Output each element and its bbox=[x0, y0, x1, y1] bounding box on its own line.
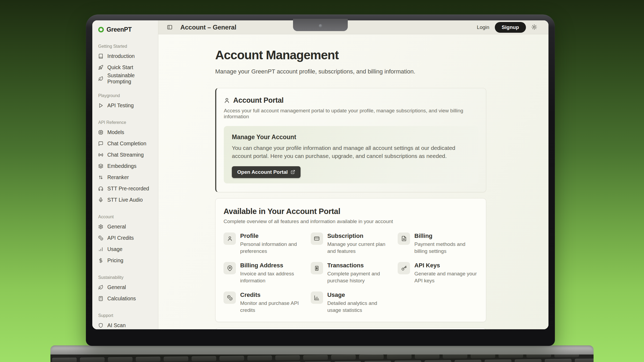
sidebar-section-playground: Playground bbox=[98, 93, 155, 100]
sidebar-item-embeddings[interactable]: Embeddings bbox=[98, 160, 155, 172]
manage-account-body: You can change your profile information … bbox=[232, 144, 470, 160]
sidebar-item-api-credits[interactable]: API Credits bbox=[98, 232, 155, 243]
headphones-icon bbox=[98, 186, 103, 191]
feature-api-keys: API Keys Generate and manage your API ke… bbox=[398, 262, 478, 284]
feature-transactions: Transactions Complete payment and purcha… bbox=[311, 262, 391, 284]
feature-description: Invoice and tax address information bbox=[240, 270, 304, 284]
sidebar-section-support: Support bbox=[98, 313, 155, 320]
feature-title: Credits bbox=[240, 291, 304, 298]
sidebar-section-getting-started: Getting Started bbox=[98, 44, 155, 50]
external-link-icon bbox=[291, 170, 295, 174]
sidebar-item-calculations[interactable]: Calculations bbox=[98, 293, 155, 304]
manage-account-box: Manage Your Account You can change your … bbox=[224, 126, 478, 183]
feature-description: Monitor and purchase API credits bbox=[240, 300, 304, 313]
sidebar-item-label: Introduction bbox=[107, 53, 135, 59]
feature-description: Payment methods and billing settings bbox=[414, 241, 478, 254]
portal-features-card: Available in Your Account Portal Complet… bbox=[215, 198, 486, 322]
layers-icon bbox=[98, 164, 103, 169]
sidebar-item-label: Quick Start bbox=[107, 64, 133, 71]
arrows-up-down-icon bbox=[98, 175, 103, 180]
account-portal-title: Account Portal bbox=[233, 96, 284, 105]
user-icon bbox=[227, 236, 233, 241]
feature-title: Billing bbox=[414, 232, 478, 239]
sidebar-toggle-button[interactable] bbox=[167, 24, 173, 31]
laptop-screen: GreenPT Getting Started Introduction Qui… bbox=[86, 14, 555, 346]
open-account-portal-button[interactable]: Open Account Portal bbox=[232, 166, 301, 178]
sidebar-item-quick-start[interactable]: Quick Start bbox=[98, 62, 155, 73]
bar-chart-icon bbox=[98, 247, 103, 252]
login-link[interactable]: Login bbox=[477, 24, 489, 30]
sidebar-item-label: Models bbox=[107, 129, 124, 135]
sidebar-item-label: Chat Streaming bbox=[107, 152, 144, 158]
brand-name: GreenPT bbox=[107, 26, 132, 33]
feature-title: API Keys bbox=[414, 262, 478, 269]
page-title: Account Management bbox=[215, 48, 486, 62]
sidebar-item-label: Usage bbox=[107, 246, 122, 252]
sidebar-item-stt-pre-recorded[interactable]: STT Pre-recorded bbox=[98, 183, 155, 194]
feature-title: Usage bbox=[327, 291, 391, 298]
sidebar-item-label: Calculations bbox=[107, 295, 136, 302]
sidebar-item-account-general[interactable]: General bbox=[98, 221, 155, 232]
file-text-icon bbox=[401, 236, 407, 241]
feature-description: Generate and manage your API keys bbox=[414, 270, 478, 284]
calculator-icon bbox=[98, 296, 103, 301]
sidebar-item-introduction[interactable]: Introduction bbox=[98, 50, 155, 62]
feature-title: Subscription bbox=[327, 232, 391, 239]
manage-account-title: Manage Your Account bbox=[232, 134, 470, 141]
feature-description: Manage your current plan and features bbox=[327, 241, 391, 254]
sidebar-item-label: API Credits bbox=[107, 235, 134, 241]
sidebar-item-label: General bbox=[107, 284, 126, 290]
account-portal-description: Access your full account management port… bbox=[224, 108, 478, 120]
laptop-deck bbox=[50, 345, 594, 354]
feature-description: Personal information and preferences bbox=[240, 241, 304, 254]
feature-description: Complete payment and purchase history bbox=[327, 270, 391, 284]
sidebar-item-reranker[interactable]: Reranker bbox=[98, 172, 155, 183]
leaf-icon bbox=[98, 76, 103, 81]
laptop-keyboard bbox=[50, 354, 594, 362]
coins-icon bbox=[98, 235, 103, 241]
feature-description: Detailed analytics and usage statistics bbox=[327, 300, 391, 313]
sidebar-item-api-testing[interactable]: API Testing bbox=[98, 100, 155, 111]
sidebar-item-label: API Testing bbox=[107, 102, 134, 109]
main-content: Account Management Manage your GreenPT a… bbox=[158, 34, 548, 329]
shield-icon bbox=[98, 323, 103, 328]
sidebar-item-label: Sustainable Prompting bbox=[107, 72, 155, 85]
cpu-icon bbox=[98, 130, 103, 135]
sidebar-section-sustainability: Sustainability bbox=[98, 275, 155, 282]
sidebar-item-chat-completion[interactable]: Chat Completion bbox=[98, 138, 155, 149]
sidebar-item-sustainability-general[interactable]: General bbox=[98, 282, 155, 293]
open-account-portal-label: Open Account Portal bbox=[237, 169, 288, 175]
credit-card-icon bbox=[314, 236, 320, 241]
brand-logo[interactable]: GreenPT bbox=[98, 24, 155, 35]
sidebar: GreenPT Getting Started Introduction Qui… bbox=[92, 20, 158, 329]
sidebar-item-chat-streaming[interactable]: Chat Streaming bbox=[98, 149, 155, 160]
leaf-icon bbox=[98, 285, 103, 290]
map-pin-icon bbox=[227, 265, 233, 271]
sidebar-item-pricing[interactable]: Pricing bbox=[98, 255, 155, 266]
message-square-icon bbox=[98, 141, 103, 146]
sidebar-item-label: Reranker bbox=[107, 174, 129, 180]
feature-billing: Billing Payment methods and billing sett… bbox=[398, 232, 478, 254]
theme-toggle-button[interactable] bbox=[531, 24, 538, 31]
book-icon bbox=[98, 54, 103, 59]
app-window: GreenPT Getting Started Introduction Qui… bbox=[92, 20, 548, 329]
broadcast-icon bbox=[98, 152, 103, 157]
feature-billing-address: Billing Address Invoice and tax address … bbox=[224, 262, 304, 284]
user-icon bbox=[224, 97, 230, 104]
topbar: Account – General Login Signup bbox=[158, 20, 548, 34]
feature-credits: Credits Monitor and purchase API credits bbox=[224, 291, 304, 313]
laptop-notch bbox=[293, 19, 348, 31]
play-icon bbox=[98, 103, 103, 108]
sidebar-item-ai-scan[interactable]: AI Scan bbox=[98, 320, 155, 329]
sidebar-item-models[interactable]: Models bbox=[98, 127, 155, 138]
feature-usage: Usage Detailed analytics and usage stati… bbox=[311, 291, 391, 313]
receipt-icon bbox=[314, 265, 320, 271]
page-breadcrumb-title: Account – General bbox=[180, 24, 236, 31]
signup-button[interactable]: Signup bbox=[495, 22, 526, 33]
sidebar-item-stt-live-audio[interactable]: STT Live Audio bbox=[98, 194, 155, 205]
brand-logo-icon bbox=[98, 27, 104, 32]
sidebar-item-usage[interactable]: Usage bbox=[98, 243, 155, 255]
sidebar-item-sustainable-prompting[interactable]: Sustainable Prompting bbox=[98, 73, 155, 84]
feature-title: Profile bbox=[240, 232, 304, 239]
key-icon bbox=[401, 265, 407, 271]
